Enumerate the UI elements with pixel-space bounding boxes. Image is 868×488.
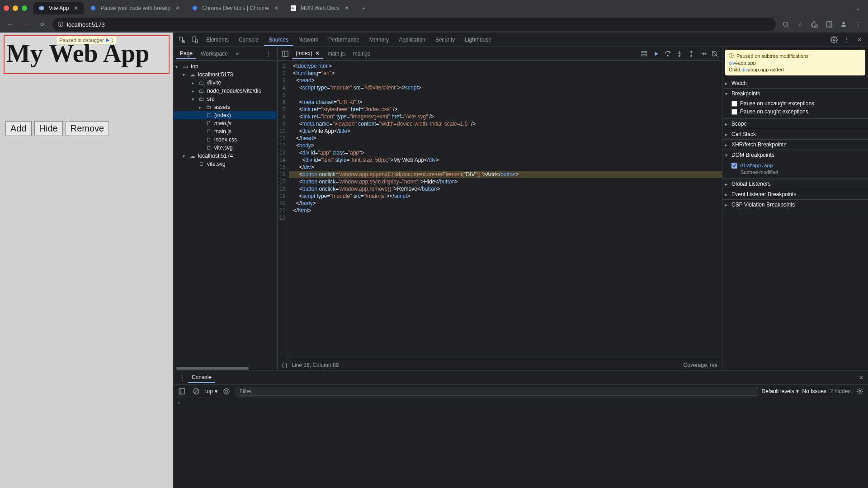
hidden-messages[interactable]: 2 hidden (830, 388, 851, 394)
step-into-button[interactable] (674, 48, 685, 59)
pause-caught-checkbox[interactable]: Pause on caught exceptions (731, 108, 865, 116)
log-levels-selector[interactable]: Default levels▾ (762, 388, 799, 394)
navigator-menu-icon[interactable]: ⋮ (263, 48, 274, 60)
xhr-breakpoints-section[interactable]: ▸XHR/fetch Breakpoints (722, 140, 868, 150)
tree-file-mainjs[interactable]: 🗋main.js (174, 119, 277, 127)
profile-icon[interactable] (837, 18, 850, 31)
extensions-icon[interactable] (808, 18, 821, 31)
close-window-button[interactable] (4, 5, 9, 11)
tab-console[interactable]: Console (234, 34, 263, 46)
tab-application[interactable]: Application (394, 34, 430, 46)
forward-button[interactable]: → (20, 18, 33, 31)
drawer-menu-icon[interactable]: ⋮ (176, 372, 188, 384)
tree-host[interactable]: ▾☁localhost:5173 (174, 70, 277, 79)
close-tab-icon[interactable]: ✕ (273, 5, 280, 12)
tree-host2[interactable]: ▾☁localhost:5174 (174, 152, 277, 160)
tree-folder-node[interactable]: ▸🗀node_modules/vite/dis (174, 87, 277, 95)
pretty-print-icon[interactable] (639, 48, 650, 59)
tree-top[interactable]: ▾▭top (174, 62, 277, 70)
close-tab-icon[interactable]: ✕ (174, 5, 181, 12)
tree-file-vitesvg2[interactable]: 🗋vite.svg (174, 160, 277, 168)
code-viewport[interactable]: 12345678910111213141516171819202122 <!do… (278, 61, 722, 359)
resume-button[interactable] (651, 48, 661, 59)
resume-icon[interactable]: ▶ (106, 37, 109, 43)
settings-icon[interactable] (828, 34, 840, 46)
tab-performance[interactable]: Performance (324, 34, 364, 46)
browser-tab-devtools[interactable]: Chrome DevTools | Chrome ✕ (187, 2, 284, 14)
address-bar[interactable]: ⓘ localhost:5173 (52, 18, 776, 31)
clear-console-icon[interactable] (191, 386, 202, 397)
close-tab-icon[interactable]: ✕ (72, 5, 80, 12)
browser-tab-vite[interactable]: Vite App ✕ (33, 2, 84, 14)
step-button[interactable] (698, 48, 708, 59)
bookmark-icon[interactable]: ☆ (794, 18, 807, 31)
scope-section[interactable]: ▸Scope (722, 119, 868, 129)
console-settings-icon[interactable] (854, 386, 865, 397)
minimize-window-button[interactable] (13, 5, 18, 11)
editor-tab-mainjs[interactable]: main.js (324, 49, 349, 59)
remove-button[interactable]: Remove (66, 121, 109, 136)
deactivate-breakpoints-button[interactable] (709, 48, 720, 59)
tree-file-mainjs2[interactable]: 🗋main.js (174, 127, 277, 136)
breakpoints-section[interactable]: ▾Breakpoints (722, 89, 868, 99)
close-devtools-icon[interactable]: ✕ (854, 34, 865, 46)
tree-folder-vite[interactable]: ▸🗀@vite (174, 79, 277, 87)
search-icon[interactable] (779, 18, 792, 31)
subtab-workspace[interactable]: Workspace (197, 49, 231, 59)
back-button[interactable]: ← (4, 18, 16, 31)
tab-memory[interactable]: Memory (365, 34, 393, 46)
toggle-navigator-icon[interactable] (279, 48, 291, 60)
maximize-window-button[interactable] (22, 5, 27, 11)
step-icon[interactable]: ⤵ (111, 38, 114, 43)
side-panel-icon[interactable] (823, 18, 835, 31)
global-listeners-section[interactable]: ▸Global Listeners (722, 179, 868, 189)
step-out-button[interactable] (686, 48, 697, 59)
issues-indicator[interactable]: No Issues (802, 388, 826, 394)
editor-tab-index[interactable]: (index)✕ (292, 48, 323, 59)
console-filter-input[interactable] (236, 387, 758, 396)
pretty-print-toggle[interactable]: { } (282, 362, 287, 368)
tab-security[interactable]: Security (431, 34, 459, 46)
callstack-section[interactable]: ▸Call Stack (722, 129, 868, 139)
pause-uncaught-checkbox[interactable]: Pause on uncaught exceptions (731, 99, 865, 108)
subtab-more-icon[interactable]: » (232, 49, 243, 59)
tree-file-indexcss[interactable]: 🗋index.css (174, 136, 277, 144)
device-toggle-icon[interactable] (189, 34, 201, 46)
console-output[interactable]: › (174, 398, 868, 488)
step-over-button[interactable] (662, 48, 673, 59)
tree-file-index[interactable]: 🗋(index) (174, 111, 277, 119)
dom-breakpoints-section[interactable]: ▾DOM Breakpoints (722, 150, 868, 160)
new-tab-button[interactable]: ＋ (358, 2, 370, 14)
inspect-icon[interactable] (176, 34, 188, 46)
editor-tab-mainjs2[interactable]: main.js (349, 49, 374, 59)
tabs-dropdown-icon[interactable]: ⌄ (852, 2, 864, 14)
tree-file-vitesvg[interactable]: 🗋vite.svg (174, 144, 277, 152)
tab-sources[interactable]: Sources (264, 34, 293, 46)
close-tab-icon[interactable]: ✕ (343, 5, 350, 12)
tab-elements[interactable]: Elements (202, 34, 233, 46)
subtab-page[interactable]: Page (176, 48, 196, 59)
event-listener-bp-section[interactable]: ▸Event Listener Breakpoints (722, 189, 868, 199)
tree-folder-src[interactable]: ▾🗀src (174, 95, 277, 103)
context-selector[interactable]: top▾ (205, 388, 217, 394)
line-gutter[interactable]: 12345678910111213141516171819202122 (278, 61, 289, 359)
browser-tab-mdn[interactable]: M MDN Web Docs ✕ (285, 2, 355, 14)
hide-button[interactable]: Hide (34, 121, 63, 136)
console-sidebar-toggle-icon[interactable] (176, 386, 187, 397)
watch-section[interactable]: ▸Watch (722, 78, 868, 88)
close-drawer-icon[interactable]: ✕ (857, 373, 865, 383)
tab-network[interactable]: Network (294, 34, 323, 46)
reload-button[interactable]: ⟳ (36, 18, 49, 31)
browser-tab-pause[interactable]: Pause your code with breakp ✕ (85, 2, 186, 14)
drawer-tab-console[interactable]: Console (188, 372, 215, 383)
horizontal-scrollbar[interactable] (176, 367, 249, 370)
code-content[interactable]: <!doctype html> <html lang="en"> <head> … (289, 61, 722, 359)
tab-lighthouse[interactable]: Lighthouse (460, 34, 496, 46)
live-expression-icon[interactable] (221, 386, 232, 397)
dom-breakpoint-item[interactable]: div#app.app Subtree modified (731, 161, 865, 176)
tree-folder-assets[interactable]: ▸🗀assets (174, 103, 277, 111)
site-info-icon[interactable]: ⓘ (58, 21, 63, 28)
add-button[interactable]: Add (5, 121, 32, 136)
csp-violation-bp-section[interactable]: ▸CSP Violation Breakpoints (722, 200, 868, 210)
close-tab-icon[interactable]: ✕ (315, 50, 320, 56)
